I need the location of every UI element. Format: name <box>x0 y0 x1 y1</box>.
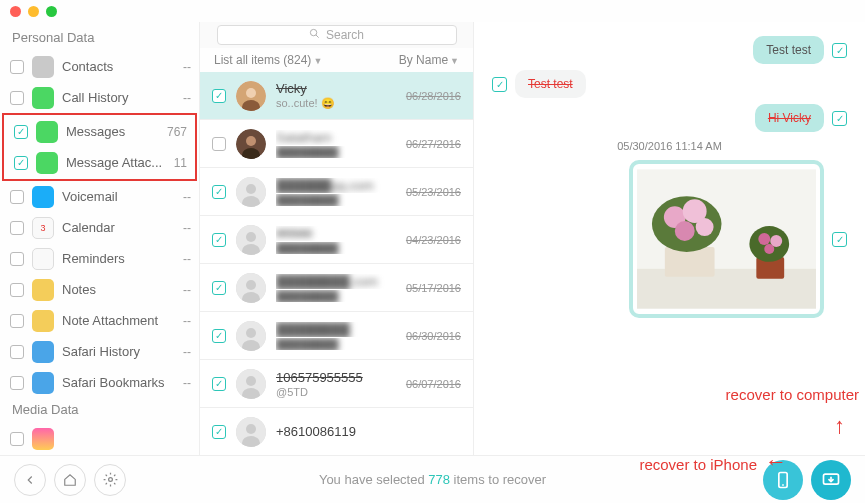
sidebar-item-label: Note Attachment <box>62 313 175 328</box>
sidebar-item-attach[interactable]: ✓ Message Attac... 11 <box>4 147 195 178</box>
sidebar-item-label: Reminders <box>62 251 175 266</box>
message-name: Vicky <box>276 81 396 96</box>
checkbox[interactable] <box>10 252 24 266</box>
sidebar-item-label: Messages <box>66 124 159 139</box>
minimize-window-button[interactable] <box>28 6 39 17</box>
settings-button[interactable] <box>94 464 126 496</box>
checkbox[interactable]: ✓ <box>212 425 226 439</box>
checkbox[interactable] <box>10 432 24 446</box>
timestamp: 05/30/2016 11:14 AM <box>492 140 847 152</box>
message-list-item[interactable]: ✓ ██████qq.com ████████ 05/23/2016 <box>200 168 473 216</box>
svg-point-0 <box>310 29 316 35</box>
message-date: 06/07/2016 <box>406 378 461 390</box>
contacts-icon <box>32 56 54 78</box>
bubble-checkbox[interactable]: ✓ <box>832 111 847 126</box>
svg-point-38 <box>764 244 774 254</box>
chat-image-attachment[interactable] <box>629 160 824 318</box>
sidebar-item-safari[interactable]: Safari History -- <box>0 336 199 367</box>
sidebar-item-noteattach[interactable]: Note Attachment -- <box>0 305 199 336</box>
message-date: 05/17/2016 <box>406 282 461 294</box>
sidebar-item-msg[interactable]: ✓ Messages 767 <box>4 116 195 147</box>
checkbox[interactable] <box>10 190 24 204</box>
back-button[interactable] <box>14 464 46 496</box>
message-name: ██████qq.com <box>276 178 396 193</box>
calendar-icon: 3 <box>32 217 54 239</box>
bubble-checkbox[interactable]: ✓ <box>832 232 847 247</box>
message-preview: ████████ <box>276 194 396 206</box>
safari-icon <box>32 341 54 363</box>
reminders-icon <box>32 248 54 270</box>
checkbox[interactable] <box>10 221 24 235</box>
message-list-item[interactable]: ✓ Vicky so..cute! 😄 06/28/2016 <box>200 72 473 120</box>
sidebar-item-media[interactable] <box>0 423 199 454</box>
sidebar-item-count: 11 <box>174 156 187 170</box>
checkbox[interactable]: ✓ <box>212 329 226 343</box>
bubble-checkbox[interactable]: ✓ <box>832 43 847 58</box>
checkbox[interactable] <box>10 283 24 297</box>
checkbox[interactable] <box>212 137 226 151</box>
svg-point-12 <box>246 232 256 242</box>
avatar <box>236 225 266 255</box>
checkbox[interactable]: ✓ <box>212 185 226 199</box>
sidebar-item-label: Contacts <box>62 59 175 74</box>
sidebar-item-label: Voicemail <box>62 189 175 204</box>
sidebar-item-bookmark[interactable]: Safari Bookmarks -- <box>0 367 199 398</box>
search-bar: Search <box>200 22 473 48</box>
avatar <box>236 369 266 399</box>
search-input[interactable]: Search <box>217 25 457 45</box>
checkbox[interactable]: ✓ <box>14 125 28 139</box>
checkbox[interactable]: ✓ <box>212 281 226 295</box>
checkbox[interactable]: ✓ <box>212 233 226 247</box>
bubble-checkbox[interactable]: ✓ <box>492 77 507 92</box>
close-window-button[interactable] <box>10 6 21 17</box>
sidebar-item-label: Notes <box>62 282 175 297</box>
sidebar-item-phone[interactable]: Call History -- <box>0 82 199 113</box>
checkbox[interactable] <box>10 91 24 105</box>
message-list-item[interactable]: ✓ ████████ ████████ 06/30/2016 <box>200 312 473 360</box>
message-list-item[interactable]: ✓ ████████.com ████████ 05/17/2016 <box>200 264 473 312</box>
sidebar-item-label: Message Attac... <box>66 155 166 170</box>
message-name: ████████.com <box>276 274 396 289</box>
noteattach-icon <box>32 310 54 332</box>
message-list-item[interactable]: ✓ 106575955555 @5TD 06/07/2016 <box>200 360 473 408</box>
checkbox[interactable]: ✓ <box>212 377 226 391</box>
sidebar-item-count: -- <box>183 345 191 359</box>
sidebar-item-reminders[interactable]: Reminders -- <box>0 243 199 274</box>
avatar <box>236 273 266 303</box>
recover-to-computer-button[interactable] <box>811 460 851 500</box>
filter-list-dropdown[interactable]: List all items (824)▼ <box>214 53 399 67</box>
message-list-item[interactable]: ✓ 95580 ████████ 04/23/2016 <box>200 216 473 264</box>
message-preview: ████████ <box>276 338 396 350</box>
sidebar-item-notes[interactable]: Notes -- <box>0 274 199 305</box>
svg-point-3 <box>246 88 256 98</box>
checkbox[interactable] <box>10 60 24 74</box>
sidebar-item-contacts[interactable]: Contacts -- <box>0 51 199 82</box>
home-button[interactable] <box>54 464 86 496</box>
message-list-item[interactable]: Satatham ████████ 06/27/2016 <box>200 120 473 168</box>
checkbox[interactable] <box>10 376 24 390</box>
svg-point-24 <box>246 424 256 434</box>
message-preview: @5TD <box>276 386 396 398</box>
message-preview: so..cute! 😄 <box>276 97 396 110</box>
checkbox[interactable] <box>10 345 24 359</box>
checkbox[interactable]: ✓ <box>14 156 28 170</box>
message-list-panel: Search List all items (824)▼ By Name▼ ✓ … <box>199 22 474 455</box>
maximize-window-button[interactable] <box>46 6 57 17</box>
message-date: 06/28/2016 <box>406 90 461 102</box>
sidebar-item-voicemail[interactable]: Voicemail -- <box>0 181 199 212</box>
search-placeholder: Search <box>326 28 364 42</box>
attach-icon <box>36 152 58 174</box>
checkbox[interactable]: ✓ <box>212 89 226 103</box>
checkbox[interactable] <box>10 314 24 328</box>
sidebar: Personal Data Contacts -- Call History -… <box>0 22 199 455</box>
svg-line-1 <box>316 35 319 38</box>
recover-to-iphone-button[interactable] <box>763 460 803 500</box>
filter-sort-dropdown[interactable]: By Name▼ <box>399 53 459 67</box>
svg-rect-27 <box>637 269 816 309</box>
message-list-item[interactable]: ✓ +8610086119 <box>200 408 473 455</box>
svg-point-6 <box>246 136 256 146</box>
message-date: 06/30/2016 <box>406 330 461 342</box>
svg-point-36 <box>758 233 770 245</box>
sidebar-item-calendar[interactable]: 3 Calendar -- <box>0 212 199 243</box>
chat-bubble-outgoing: Hi Vicky <box>755 104 824 132</box>
